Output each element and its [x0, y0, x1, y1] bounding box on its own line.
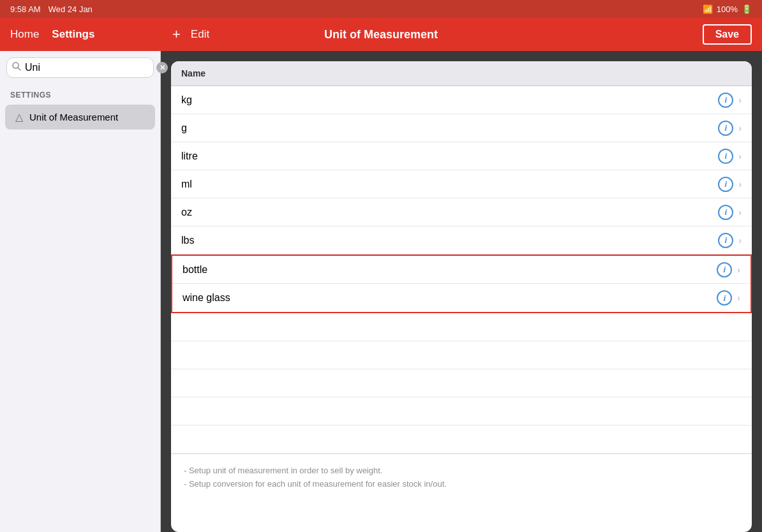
chevron-right-icon: › — [737, 293, 740, 303]
chevron-right-icon: › — [738, 179, 742, 189]
table-column-name: Name — [181, 68, 205, 78]
table-row[interactable]: litre i › — [171, 142, 752, 170]
sidebar-section-label: SETTINGS — [0, 82, 160, 103]
wifi-icon: 📶 — [703, 4, 713, 14]
main-content: Name kg i › g i › — [161, 51, 762, 532]
nav-left: Home Settings — [10, 28, 94, 41]
measurement-icon: △ — [15, 111, 23, 123]
svg-line-1 — [18, 68, 20, 70]
row-actions: i › — [717, 290, 740, 306]
table-row[interactable]: kg i › — [171, 86, 752, 114]
table-row-bottle[interactable]: bottle i › — [172, 256, 751, 284]
date-display: Wed 24 Jan — [49, 4, 93, 14]
row-actions: i › — [718, 121, 742, 136]
row-name: oz — [181, 207, 718, 218]
status-bar: 9:58 AM Wed 24 Jan 📶 100% 🔋 — [0, 0, 762, 18]
info-icon[interactable]: i — [717, 290, 732, 306]
info-icon[interactable]: i — [718, 92, 733, 108]
nav-actions: + Edit — [172, 26, 209, 43]
empty-row — [171, 425, 752, 454]
add-button[interactable]: + — [172, 26, 181, 43]
battery-icon: 🔋 — [742, 4, 752, 14]
row-actions: i › — [717, 262, 740, 277]
footer-line-2: - Setup conversion for each unit of meas… — [184, 478, 739, 491]
chevron-right-icon: › — [738, 151, 742, 161]
info-icon[interactable]: i — [718, 205, 733, 220]
search-icon — [12, 62, 21, 73]
table-row-wine-glass[interactable]: wine glass i › — [172, 284, 751, 312]
row-actions: i › — [718, 177, 742, 192]
nav-bar: Home Settings + Edit Unit of Measurement… — [0, 18, 762, 51]
settings-nav-button[interactable]: Settings — [52, 28, 94, 41]
row-actions: i › — [718, 149, 742, 164]
highlighted-rows-section: bottle i › wine glass i › — [171, 255, 752, 313]
sidebar-item-label: Unit of Measurement — [29, 112, 118, 122]
nav-right: Save — [703, 24, 752, 45]
nav-title: Unit of Measurement — [324, 28, 438, 41]
info-icon[interactable]: i — [718, 177, 733, 192]
row-name: ml — [181, 179, 718, 190]
empty-row — [171, 369, 752, 397]
chevron-right-icon: › — [738, 95, 742, 105]
chevron-right-icon: › — [737, 265, 740, 275]
edit-button[interactable]: Edit — [191, 28, 209, 41]
empty-row — [171, 397, 752, 425]
battery-percent: 100% — [717, 4, 738, 14]
status-right: 📶 100% 🔋 — [703, 4, 752, 14]
footer-note: - Setup unit of measurement in order to … — [171, 454, 752, 501]
table-row[interactable]: oz i › — [171, 198, 752, 226]
table-row[interactable]: lbs i › — [171, 226, 752, 255]
info-icon[interactable]: i — [718, 149, 733, 164]
home-nav-button[interactable]: Home — [10, 28, 39, 41]
info-icon[interactable]: i — [717, 262, 732, 277]
save-button[interactable]: Save — [703, 24, 752, 45]
status-left: 9:58 AM Wed 24 Jan — [10, 4, 93, 14]
chevron-right-icon: › — [738, 207, 742, 218]
footer-line-1: - Setup unit of measurement in order to … — [184, 464, 739, 478]
row-name: litre — [181, 151, 718, 162]
empty-row — [171, 341, 752, 369]
row-actions: i › — [718, 205, 742, 220]
row-name: bottle — [183, 264, 717, 276]
app-body: ✕ SETTINGS △ Unit of Measurement Name kg… — [0, 51, 762, 532]
row-actions: i › — [718, 233, 742, 248]
content-card: Name kg i › g i › — [171, 61, 752, 532]
empty-row — [171, 313, 752, 341]
row-name: lbs — [181, 235, 718, 246]
time-display: 9:58 AM — [10, 4, 41, 14]
sidebar-item-unit-of-measurement[interactable]: △ Unit of Measurement — [5, 105, 155, 129]
row-name: wine glass — [183, 292, 717, 304]
search-bar: ✕ — [6, 57, 154, 78]
table-body: kg i › g i › litre i — [171, 86, 752, 532]
row-actions: i › — [718, 92, 742, 108]
row-name: kg — [181, 94, 718, 106]
row-name: g — [181, 122, 718, 134]
info-icon[interactable]: i — [718, 121, 733, 136]
info-icon[interactable]: i — [718, 233, 733, 248]
table-header: Name — [171, 61, 752, 86]
chevron-right-icon: › — [738, 235, 742, 246]
search-input[interactable] — [25, 62, 153, 73]
sidebar: ✕ SETTINGS △ Unit of Measurement — [0, 51, 161, 532]
table-row[interactable]: ml i › — [171, 170, 752, 198]
chevron-right-icon: › — [738, 123, 742, 133]
table-row[interactable]: g i › — [171, 114, 752, 142]
